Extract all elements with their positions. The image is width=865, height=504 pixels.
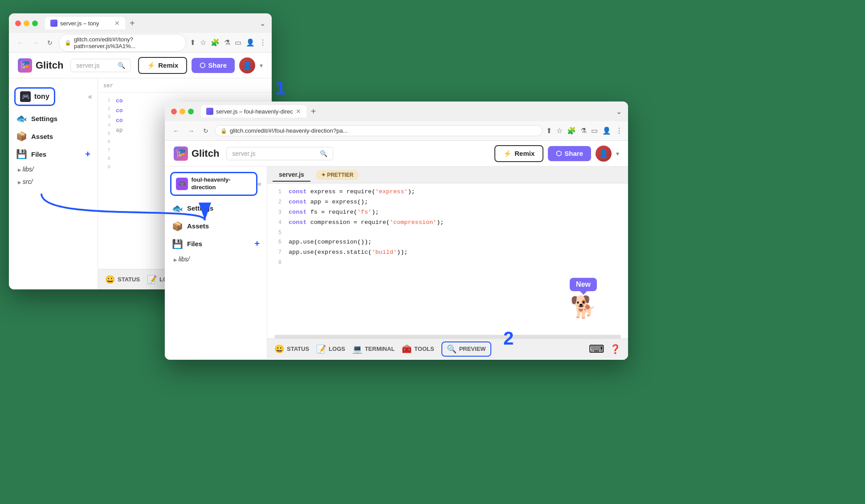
files-label-back: Files	[31, 150, 46, 158]
assets-label-back: Assets	[31, 133, 53, 140]
files-icon-front: 💾	[172, 239, 183, 249]
new-tab-button-front[interactable]: +	[308, 106, 319, 117]
maximize-button-front[interactable]	[188, 109, 194, 114]
tab-close-back[interactable]: ✕	[114, 20, 120, 27]
add-file-button-back[interactable]: +	[85, 149, 90, 159]
avatar-back[interactable]: 👤	[239, 57, 255, 73]
address-bar-front: ← → ↻ 🔒 glitch.com/edit/#!/foul-heavenly…	[165, 121, 628, 141]
back-button-back[interactable]: ←	[14, 38, 26, 47]
file-tabs-front: server.js ✦ PRETTIER	[267, 167, 628, 183]
status-bar-front: 😀 STATUS 📝 LOGS 💻 TERMINAL 🧰 TOOLS	[267, 338, 628, 359]
new-tab-button-back[interactable]: +	[127, 18, 138, 28]
sidebar-icon-front[interactable]: ▭	[591, 126, 598, 135]
close-button[interactable]	[15, 20, 21, 26]
glitch-tab-icon-front	[206, 108, 213, 115]
keyboard-icon[interactable]: ⌨	[589, 343, 604, 355]
sidebar-settings-back[interactable]: 🐟 Settings	[9, 110, 98, 127]
status-button-back[interactable]: 😀 STATUS	[105, 275, 140, 285]
tab-title-back: server.js – tony	[60, 20, 99, 27]
share-address-icon[interactable]: ⬆	[190, 38, 196, 47]
settings-icon-back: 🐟	[16, 113, 27, 124]
menu-icon-front[interactable]: ⋮	[616, 126, 623, 135]
refresh-button-back[interactable]: ↻	[45, 38, 55, 47]
project-pill-back[interactable]: 🎮 tony	[14, 87, 55, 106]
scrollbar[interactable]	[274, 335, 621, 338]
sidebar-icon[interactable]: ▭	[235, 38, 241, 47]
address-input-front[interactable]: 🔒 glitch.com/edit/#!/foul-heavenly-direc…	[215, 125, 543, 136]
forward-button-back[interactable]: →	[29, 38, 41, 47]
folder-src-back[interactable]: src/	[9, 175, 98, 188]
share-button-back[interactable]: ⬡ Share	[192, 58, 235, 73]
search-icon-back: 🔍	[118, 62, 125, 69]
file-tab-serverjs[interactable]: server.js	[273, 168, 310, 182]
sidebar-assets-back[interactable]: 📦 Assets	[9, 127, 98, 145]
bookmark-icon[interactable]: ☆	[200, 38, 206, 47]
collapse-button-back[interactable]: «	[88, 93, 92, 101]
code-line-8: 8	[274, 258, 621, 267]
preview-button-front[interactable]: 🔍 PREVIEW	[441, 341, 491, 357]
share-button-front[interactable]: ⬡ Share	[548, 146, 591, 161]
folder-libs-front[interactable]: libs/	[165, 253, 267, 265]
close-button-front[interactable]	[171, 109, 177, 114]
status-button-front[interactable]: 😀 STATUS	[274, 344, 309, 354]
sidebar-front: 🎮 foul-heavenly-direction « 🐟 foul-heave…	[165, 167, 267, 360]
sidebar-files-front[interactable]: 💾 Files +	[165, 235, 267, 253]
share-address-icon-front[interactable]: ⬆	[546, 126, 552, 135]
title-bar-back: server.js – tony ✕ + ⌄	[9, 13, 272, 33]
tab-front[interactable]: server.js – foul-heavenly-direc ✕	[201, 105, 306, 118]
maximize-button[interactable]	[32, 20, 38, 26]
settings-label-back: Settings	[31, 115, 57, 122]
remix-button-back[interactable]: ⚡ Remix	[138, 57, 187, 74]
flask-icon-front[interactable]: ⚗	[580, 126, 587, 135]
sidebar-assets-front[interactable]: 📦 Assets	[165, 217, 267, 235]
tab-back[interactable]: server.js – tony ✕	[45, 17, 125, 29]
menu-icon[interactable]: ⋮	[259, 38, 266, 47]
forward-button-front[interactable]: →	[185, 126, 197, 135]
profile-icon[interactable]: 👤	[246, 38, 255, 47]
profile-icon-front[interactable]: 👤	[602, 126, 611, 135]
avatar-front[interactable]: 👤	[596, 146, 612, 162]
tab-close-front[interactable]: ✕	[296, 108, 301, 115]
search-box-back[interactable]: server.js 🔍	[70, 59, 131, 72]
minimize-button[interactable]	[24, 20, 29, 26]
avatar-dropdown-back[interactable]: ▾	[260, 62, 263, 69]
code-line-4: 4 const compression = require('compressi…	[274, 218, 621, 228]
lock-icon-back: 🔒	[65, 40, 71, 46]
new-bubble: New	[570, 278, 597, 291]
new-popup-area: New 🐕	[570, 278, 597, 320]
search-box-front[interactable]: server.js 🔍	[226, 147, 333, 160]
tools-button-front[interactable]: 🧰 TOOLS	[402, 344, 434, 354]
terminal-button-front[interactable]: 💻 TERMINAL	[352, 344, 395, 354]
project-name-front: foul-heavenly-direction	[192, 176, 252, 191]
sidebar-settings-front[interactable]: 🐟 foul-heavenly-direction Settings	[165, 199, 267, 217]
logs-button-front[interactable]: 📝 LOGS	[316, 344, 345, 354]
extensions-icon[interactable]: 🧩	[211, 38, 220, 47]
prettier-button[interactable]: ✦ PRETTIER	[316, 170, 359, 180]
status-icon-front: 😀	[274, 344, 284, 354]
flask-icon[interactable]: ⚗	[224, 38, 230, 47]
bookmark-icon-front[interactable]: ☆	[556, 126, 563, 135]
settings-icon-front: 🐟	[172, 203, 183, 214]
files-icon-back: 💾	[16, 149, 27, 159]
add-file-button-front[interactable]: +	[254, 239, 260, 249]
remix-icon-front: ⚡	[503, 150, 512, 158]
project-icon-front: 🎮	[176, 178, 188, 190]
window-dropdown-back[interactable]: ⌄	[260, 19, 265, 28]
assets-text-front: Assets	[187, 222, 209, 230]
status-bar-right: ⌨ ❓	[589, 343, 621, 355]
collapse-button-front[interactable]: «	[257, 180, 261, 188]
sidebar-files-back[interactable]: 💾 Files +	[9, 145, 98, 163]
remix-button-front[interactable]: ⚡ Remix	[494, 145, 543, 162]
refresh-button-front[interactable]: ↻	[200, 126, 211, 135]
extensions-icon-front[interactable]: 🧩	[567, 126, 576, 135]
project-pill-front[interactable]: 🎮 foul-heavenly-direction	[170, 172, 257, 196]
address-input-back[interactable]: 🔒 glitch.com/edit/#!/tony?path=server.js…	[59, 34, 186, 52]
help-icon[interactable]: ❓	[610, 344, 621, 354]
back-button-front[interactable]: ←	[170, 126, 182, 135]
code-line-1: 1 const express = require('express');	[274, 187, 621, 197]
folder-libs-back[interactable]: libs/	[9, 163, 98, 175]
project-name-back: tony	[34, 93, 49, 101]
window-dropdown-front[interactable]: ⌄	[616, 107, 622, 116]
minimize-button-front[interactable]	[180, 109, 185, 114]
avatar-dropdown-front[interactable]: ▾	[616, 150, 619, 157]
